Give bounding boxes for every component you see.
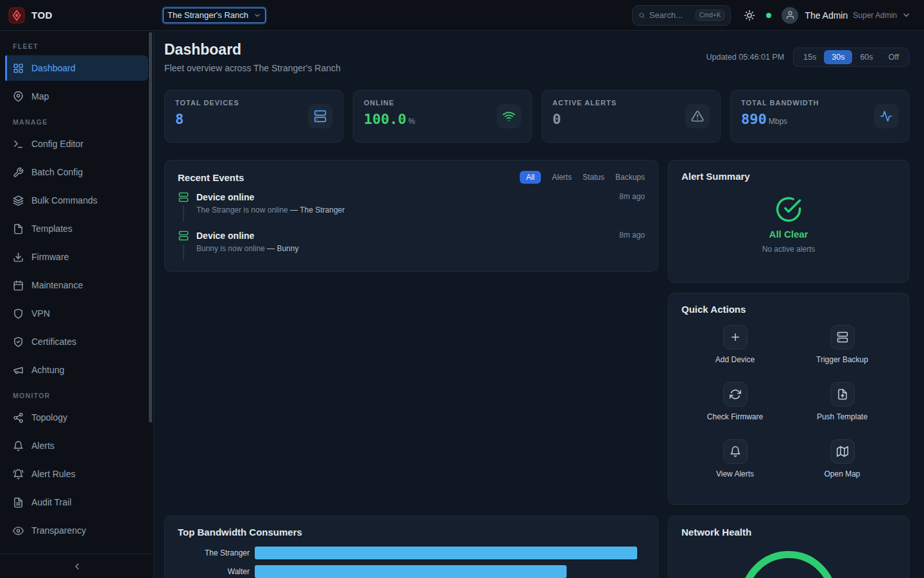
bandwidth-bar bbox=[255, 565, 567, 578]
filter-backups[interactable]: Backups bbox=[615, 173, 645, 182]
user-name: The Admin bbox=[805, 10, 848, 21]
nav-section-monitor: MONITOR bbox=[5, 392, 148, 399]
sidebar-item-alert-rules[interactable]: Alert Rules bbox=[5, 461, 148, 487]
sidebar-item-label: Certificates bbox=[31, 337, 76, 347]
sidebar-item-label: Templates bbox=[31, 223, 73, 234]
add-device-button[interactable]: Add Device bbox=[681, 322, 789, 380]
sidebar-item-templates[interactable]: Templates bbox=[5, 216, 148, 241]
dashboard-grid-icon bbox=[13, 63, 24, 74]
stat-value: 8 bbox=[175, 111, 184, 127]
file-icon bbox=[13, 223, 24, 234]
ranch-select[interactable]: The Stranger's Ranch bbox=[163, 8, 266, 23]
card-title: Top Bandwidth Consumers bbox=[178, 527, 645, 538]
sidebar-item-label: Maintenance bbox=[31, 280, 83, 290]
event-time: 8m ago bbox=[619, 231, 645, 261]
refresh-interval-control: 15s 30s 60s Off bbox=[793, 48, 909, 67]
sidebar-item-audit-trail[interactable]: Audit Trail bbox=[5, 489, 148, 515]
push-template-button[interactable]: Push Template bbox=[789, 380, 896, 437]
refresh-option-off[interactable]: Off bbox=[881, 50, 907, 64]
event-item: Device online Bunny is now online — Bunn… bbox=[178, 231, 645, 261]
sidebar-item-maintenance[interactable]: Maintenance bbox=[5, 272, 148, 298]
quick-action-label: Trigger Backup bbox=[816, 355, 868, 364]
event-item: Device online The Stranger is now online… bbox=[178, 192, 645, 222]
view-alerts-button[interactable]: View Alerts bbox=[681, 437, 789, 494]
user-menu-chevron[interactable] bbox=[902, 10, 911, 20]
sidebar-item-transparency[interactable]: Transparency bbox=[5, 518, 148, 543]
avatar[interactable] bbox=[782, 7, 798, 24]
sidebar-item-topology[interactable]: Topology bbox=[5, 405, 148, 430]
alert-summary-card: Alert Summary All Clear No active alerts bbox=[668, 160, 909, 283]
sidebar-item-label: Map bbox=[31, 91, 49, 101]
sidebar-item-label: Audit Trail bbox=[31, 497, 71, 507]
sidebar-item-firmware[interactable]: Firmware bbox=[5, 244, 148, 270]
sidebar-item-alerts[interactable]: Alerts bbox=[5, 433, 148, 459]
shield-icon bbox=[13, 308, 24, 319]
wrench-icon bbox=[13, 167, 24, 178]
filter-all[interactable]: All bbox=[520, 171, 541, 184]
event-device: — The Stranger bbox=[290, 206, 345, 215]
sidebar-item-label: Bulk Commands bbox=[31, 195, 98, 206]
search-input[interactable] bbox=[649, 10, 692, 20]
sidebar-item-vpn[interactable]: VPN bbox=[5, 301, 148, 326]
ranch-select-value: The Stranger's Ranch bbox=[167, 10, 248, 20]
check-firmware-button[interactable]: Check Firmware bbox=[681, 380, 789, 437]
quick-action-label: Push Template bbox=[817, 412, 868, 421]
open-map-button[interactable]: Open Map bbox=[789, 437, 896, 494]
refresh-option-60s[interactable]: 60s bbox=[852, 50, 880, 64]
sidebar-item-dashboard[interactable]: Dashboard bbox=[5, 55, 148, 81]
layers-icon bbox=[13, 195, 24, 206]
card-title: Network Health bbox=[681, 527, 896, 538]
bandwidth-row: Walter bbox=[178, 565, 645, 578]
theme-toggle-button[interactable] bbox=[744, 10, 755, 21]
card-title: Quick Actions bbox=[681, 304, 896, 315]
topbar: TOD The Stranger's Ranch Cmd+K The Admin… bbox=[0, 0, 924, 31]
chevron-left-icon bbox=[72, 561, 82, 572]
search-icon bbox=[638, 11, 645, 20]
sidebar-scrollbar[interactable] bbox=[149, 32, 152, 423]
brand-name: TOD bbox=[31, 10, 53, 21]
wifi-icon bbox=[502, 110, 515, 123]
event-filters: All Alerts Status Backups bbox=[520, 171, 645, 184]
calendar-icon bbox=[13, 280, 24, 291]
chevron-down-icon bbox=[253, 12, 261, 19]
page-header: Dashboard Fleet overview across The Stra… bbox=[164, 41, 909, 73]
sidebar-item-label: Dashboard bbox=[31, 63, 76, 73]
stat-card-total-bandwidth: TOTAL BANDWIDTH 890Mbps bbox=[730, 90, 909, 143]
bandwidth-device-label: The Stranger bbox=[178, 548, 250, 557]
sidebar-item-config-editor[interactable]: Config Editor bbox=[5, 131, 148, 157]
sidebar-item-certificates[interactable]: Certificates bbox=[5, 329, 148, 355]
trigger-backup-button[interactable]: Trigger Backup bbox=[789, 322, 896, 380]
sidebar-collapse-button[interactable] bbox=[0, 554, 153, 578]
sidebar-item-label: Batch Config bbox=[31, 167, 83, 177]
sidebar-item-label: VPN bbox=[31, 308, 50, 319]
refresh-option-30s[interactable]: 30s bbox=[824, 50, 852, 64]
check-circle-icon bbox=[775, 196, 802, 223]
filter-alerts[interactable]: Alerts bbox=[552, 173, 572, 182]
stat-card-total-devices: TOTAL DEVICES 8 bbox=[164, 90, 343, 143]
stat-card-online: ONLINE 100.0% bbox=[353, 90, 532, 143]
event-time: 8m ago bbox=[619, 192, 645, 222]
search-box[interactable]: Cmd+K bbox=[632, 5, 731, 26]
sidebar-item-achtung[interactable]: Achtung bbox=[5, 357, 148, 383]
sidebar-item-batch-config[interactable]: Batch Config bbox=[5, 159, 148, 185]
page-title: Dashboard bbox=[164, 41, 341, 58]
user-icon bbox=[785, 10, 795, 20]
quick-action-label: Check Firmware bbox=[707, 412, 763, 421]
stat-unit: Mbps bbox=[769, 117, 787, 126]
user-role: Super Admin bbox=[853, 11, 897, 20]
refresh-option-15s[interactable]: 15s bbox=[796, 50, 824, 64]
map-pin-icon bbox=[13, 91, 24, 102]
stat-label: TOTAL BANDWIDTH bbox=[741, 99, 819, 107]
sidebar-item-label: Topology bbox=[31, 412, 67, 423]
bandwidth-row: The Stranger bbox=[178, 547, 645, 559]
quick-actions-card: Quick Actions Add Device Trigger Backup … bbox=[668, 293, 909, 505]
card-title: Recent Events bbox=[178, 172, 244, 183]
stat-value: 890 bbox=[741, 111, 767, 127]
network-health-card: Network Health bbox=[668, 516, 909, 578]
map-icon bbox=[837, 446, 848, 457]
alert-status: All Clear bbox=[769, 229, 809, 240]
sidebar-item-map[interactable]: Map bbox=[5, 83, 148, 109]
sidebar-item-bulk-commands[interactable]: Bulk Commands bbox=[5, 188, 148, 213]
filter-status[interactable]: Status bbox=[583, 173, 604, 182]
event-device: — Bunny bbox=[267, 244, 298, 253]
